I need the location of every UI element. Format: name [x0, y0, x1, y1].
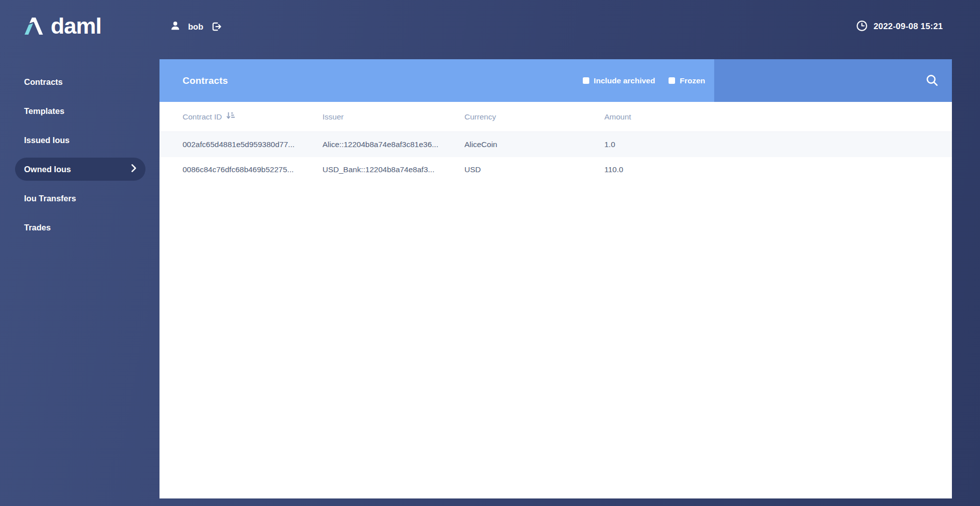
daml-logo-text: daml: [51, 16, 101, 36]
sidebar-item-label: Templates: [24, 106, 64, 116]
cell-issuer: USD_Bank::12204b8a74e8af3...: [322, 165, 464, 174]
cell-currency: AliceCoin: [464, 140, 604, 149]
daml-logo-icon: [24, 16, 44, 38]
table-row[interactable]: 0086c84c76dfc68b469b52275... USD_Bank::1…: [159, 157, 952, 182]
table-header-row: Contract ID Issuer: [159, 102, 952, 132]
contracts-panel: Contracts Include archived Frozen: [159, 59, 952, 498]
filter-controls: Include archived Frozen: [583, 76, 705, 85]
sidebar-item-iou-transfers[interactable]: Iou Transfers: [0, 187, 159, 210]
sidebar-item-owned-ious[interactable]: Owned Ious: [15, 158, 145, 181]
chevron-right-icon: [131, 164, 136, 174]
frozen-checkbox[interactable]: Frozen: [669, 76, 705, 85]
sidebar-item-label: Iou Transfers: [24, 194, 76, 203]
daml-logo: daml: [24, 16, 101, 38]
username: bob: [188, 22, 203, 32]
include-archived-label: Include archived: [594, 76, 655, 85]
sidebar-item-label: Contracts: [24, 77, 63, 87]
cell-amount: 1.0: [604, 140, 952, 149]
column-header-issuer[interactable]: Issuer: [322, 112, 464, 121]
sidebar-item-trades[interactable]: Trades: [0, 216, 159, 239]
contracts-header: Contracts Include archived Frozen: [159, 59, 952, 102]
cell-contract-id: 0086c84c76dfc68b469b52275...: [183, 165, 322, 174]
user-icon: [170, 21, 181, 33]
cell-amount: 110.0: [604, 165, 952, 174]
page-title: Contracts: [183, 75, 228, 86]
table-row[interactable]: 002afc65d4881e5d959380d77... Alice::1220…: [159, 132, 952, 157]
cell-issuer: Alice::12204b8a74e8af3c81e36...: [322, 140, 464, 149]
checkbox-icon[interactable]: [583, 77, 589, 84]
checkbox-icon[interactable]: [669, 77, 675, 84]
search-bar[interactable]: [714, 59, 952, 102]
sidebar-item-templates[interactable]: Templates: [0, 99, 159, 122]
sidebar-item-label: Owned Ious: [24, 165, 71, 174]
user-block: bob: [170, 0, 222, 53]
clock-block: 2022-09-08 15:21: [856, 0, 943, 53]
logout-icon[interactable]: [211, 21, 222, 32]
include-archived-checkbox[interactable]: Include archived: [583, 76, 655, 85]
sidebar-item-label: Issued Ious: [24, 136, 70, 145]
cell-contract-id: 002afc65d4881e5d959380d77...: [183, 140, 322, 149]
search-icon[interactable]: [925, 74, 939, 87]
clock-icon: [856, 20, 868, 34]
column-label: Contract ID: [183, 112, 222, 121]
datetime-label: 2022-09-08 15:21: [874, 22, 943, 32]
sort-descending-icon: [226, 111, 235, 122]
sidebar-item-issued-ious[interactable]: Issued Ious: [0, 129, 159, 152]
column-header-amount[interactable]: Amount: [604, 112, 952, 121]
cell-currency: USD: [464, 165, 604, 174]
app-root: daml bob 2022-09-08 15:21: [0, 0, 980, 506]
sidebar-item-contracts[interactable]: Contracts: [0, 70, 159, 93]
sidebar-item-label: Trades: [24, 223, 51, 232]
frozen-label: Frozen: [680, 76, 705, 85]
sidebar: Contracts Templates Issued Ious Owned Io…: [0, 59, 159, 506]
column-header-contract-id[interactable]: Contract ID: [183, 111, 322, 122]
column-header-currency[interactable]: Currency: [464, 112, 604, 121]
